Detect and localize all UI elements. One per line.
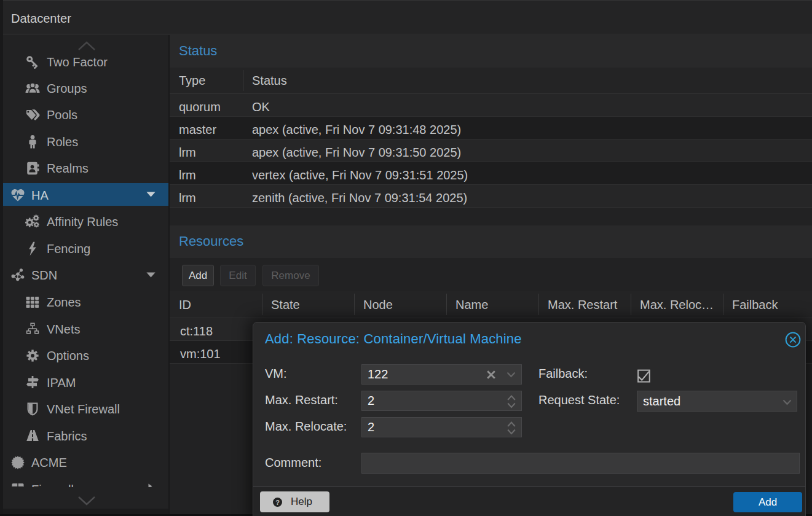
svg-text:?: ? <box>275 499 280 506</box>
